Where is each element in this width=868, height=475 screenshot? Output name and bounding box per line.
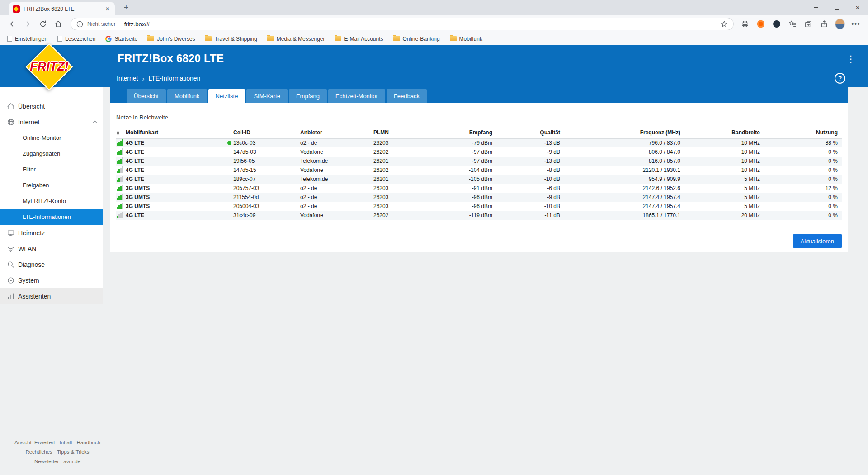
sidebar-item-wlan[interactable]: WLAN — [0, 241, 103, 256]
sidebar-item-heimnetz[interactable]: Heimnetz — [0, 225, 103, 241]
tab-netzliste[interactable]: Netzliste — [208, 89, 245, 103]
cell-id-cell: 147d5-03 — [233, 147, 300, 157]
forward-icon[interactable] — [20, 16, 35, 32]
breadcrumb-section[interactable]: Internet — [117, 75, 138, 82]
fritz-logo[interactable]: FRITZ! — [25, 43, 74, 92]
bookmark-item-startseite[interactable]: Startseite — [105, 36, 137, 42]
favorite-star-icon[interactable] — [721, 20, 728, 28]
back-icon[interactable] — [5, 16, 20, 32]
nutzung-cell: 0 % — [760, 147, 842, 157]
empfang-cell: -91 dBm — [432, 184, 492, 193]
column-header-qualitat[interactable]: Qualität — [492, 127, 560, 138]
globe-icon — [7, 118, 15, 126]
column-header-frequenz-mhz[interactable]: Frequenz (MHz) — [560, 127, 680, 138]
sidebar-item-internet[interactable]: Internet — [0, 114, 103, 130]
column-header-cell-id[interactable]: Cell-ID — [233, 127, 300, 138]
new-tab-button[interactable]: + — [120, 2, 132, 14]
tab-ubersicht[interactable]: Übersicht — [127, 89, 166, 103]
column-header-plmn[interactable]: PLMN — [373, 127, 432, 138]
footer-link-newsletter[interactable]: Newsletter — [34, 459, 59, 464]
screen: FRITZ!Box 6820 LTE ✕ + ✕ Nicht sicher — [0, 0, 868, 475]
sidebar-subitem-filter[interactable]: Filter — [0, 162, 103, 177]
tab-mobilfunk[interactable]: Mobilfunk — [167, 89, 207, 103]
bookmark-item-john-s-diverses[interactable]: John's Diverses — [147, 36, 195, 42]
tab-sim-karte[interactable]: SIM-Karte — [246, 89, 288, 103]
signal-strength-icon — [117, 166, 123, 173]
footer-link-avm-de[interactable]: avm.de — [63, 459, 80, 464]
window-minimize-button[interactable] — [806, 0, 826, 15]
table-row: 4G LTE147d5-03Vodafone26202-97 dBm-9 dB8… — [116, 147, 842, 157]
column-header-bandbreite[interactable]: Bandbreite — [680, 127, 760, 138]
refresh-button[interactable]: Aktualisieren — [793, 234, 842, 248]
network-type-cell: 4G LTE — [126, 166, 233, 175]
footer-link-handbuch[interactable]: Handbuch — [77, 440, 100, 445]
tab-close-icon[interactable]: ✕ — [104, 6, 111, 12]
sidebar-item-assistenten[interactable]: Assistenten — [0, 288, 103, 304]
footer-link-tipps-tricks[interactable]: Tipps & Tricks — [57, 449, 90, 455]
help-button[interactable]: ? — [835, 73, 845, 84]
google-icon — [105, 36, 112, 42]
bandbreite-cell: 10 MHz — [680, 166, 760, 175]
footer-link-rechtliches[interactable]: Rechtliches — [25, 449, 52, 455]
printer-icon[interactable] — [740, 19, 750, 29]
overflow-menu-icon[interactable]: ⋮ — [846, 53, 855, 64]
bookmark-item-travel-shipping[interactable]: Travel & Shipping — [205, 36, 257, 42]
bookmark-item-e-mail-accounts[interactable]: E-Mail Accounts — [335, 36, 383, 42]
sidebar-item-ubersicht[interactable]: Übersicht — [0, 98, 103, 114]
extension-orange-icon[interactable] — [756, 19, 766, 29]
column-header-anbieter[interactable]: Anbieter — [300, 127, 373, 138]
nutzung-cell: 0 % — [760, 211, 842, 220]
footer-link-ansicht-erweitert[interactable]: Ansicht: Erweitert — [14, 440, 55, 445]
bookmark-label: Lesezeichen — [65, 36, 95, 42]
window-maximize-button[interactable] — [826, 0, 847, 15]
refresh-icon[interactable] — [35, 16, 51, 32]
address-bar[interactable]: Nicht sicher fritz.box/# — [71, 18, 734, 30]
sidebar-subitem-lte-informationen[interactable]: LTE-Informationen — [0, 209, 103, 225]
fritzbox-favicon — [13, 5, 20, 13]
browser-tab[interactable]: FRITZ!Box 6820 LTE ✕ — [9, 2, 115, 15]
profile-avatar[interactable] — [835, 19, 845, 29]
collections-icon[interactable] — [803, 19, 813, 29]
cell-id-cell: 19f56-05 — [233, 157, 300, 166]
sidebar-item-diagnose[interactable]: Diagnose — [0, 256, 103, 272]
bandbreite-cell: 10 MHz — [680, 138, 760, 147]
footer-link-inhalt[interactable]: Inhalt — [59, 440, 72, 445]
signal-strength-icon — [117, 176, 123, 182]
frequenz-cell: 954.9 / 909.9 — [560, 175, 680, 184]
sort-column-header[interactable] — [116, 127, 126, 138]
empfang-cell: -96 dBm — [432, 202, 492, 211]
nutzung-cell: 0 % — [760, 202, 842, 211]
sidebar-subitem-zugangsdaten[interactable]: Zugangsdaten — [0, 146, 103, 162]
diagnose-icon — [7, 261, 15, 269]
window-close-button[interactable]: ✕ — [847, 0, 868, 15]
network-type-cell: 4G LTE — [126, 157, 233, 166]
footer-line: Ansicht: ErweitertInhaltHandbuch — [4, 438, 111, 447]
tab-echtzeit-monitor[interactable]: Echtzeit-Monitor — [328, 89, 385, 103]
plmn-cell: 26202 — [373, 166, 432, 175]
tab-empfang[interactable]: Empfang — [289, 89, 327, 103]
column-header-mobilfunkart[interactable]: Mobilfunkart — [126, 127, 233, 138]
sidebar-subitem-online-monitor[interactable]: Online-Monitor — [0, 130, 103, 146]
fritzbox-app: FRITZ!Box 6820 LTE ⋮ Internet › LTE-Info… — [0, 45, 868, 475]
bookmark-label: Startseite — [114, 36, 137, 42]
bookmark-item-lesezeichen[interactable]: Lesezeichen — [57, 36, 95, 42]
bookmark-label: Mobilfunk — [459, 36, 482, 42]
system-icon — [7, 276, 15, 285]
bookmark-item-mobilfunk[interactable]: Mobilfunk — [450, 36, 482, 42]
home-icon[interactable] — [51, 16, 66, 32]
column-header-nutzung[interactable]: Nutzung — [760, 127, 842, 138]
sidebar-subitem-myfritz-konto[interactable]: MyFRITZ!-Konto — [0, 193, 103, 209]
browser-menu-icon[interactable]: ••• — [851, 19, 861, 29]
column-header-empfang[interactable]: Empfang — [432, 127, 492, 138]
bookmark-item-online-banking[interactable]: Online-Banking — [393, 36, 440, 42]
bookmark-item-media-messenger[interactable]: Media & Messenger — [267, 36, 325, 42]
favorites-bar-icon[interactable] — [788, 19, 797, 29]
plmn-cell: 26203 — [373, 184, 432, 193]
bookmark-item-einstellungen[interactable]: Einstellungen — [7, 36, 47, 42]
sidebar-subitem-freigaben[interactable]: Freigaben — [0, 177, 103, 193]
info-icon[interactable] — [76, 21, 83, 28]
share-icon[interactable] — [819, 19, 829, 29]
extension-dark-icon[interactable] — [772, 19, 782, 29]
tab-feedback[interactable]: Feedback — [387, 89, 427, 103]
sidebar-item-system[interactable]: System — [0, 272, 103, 288]
